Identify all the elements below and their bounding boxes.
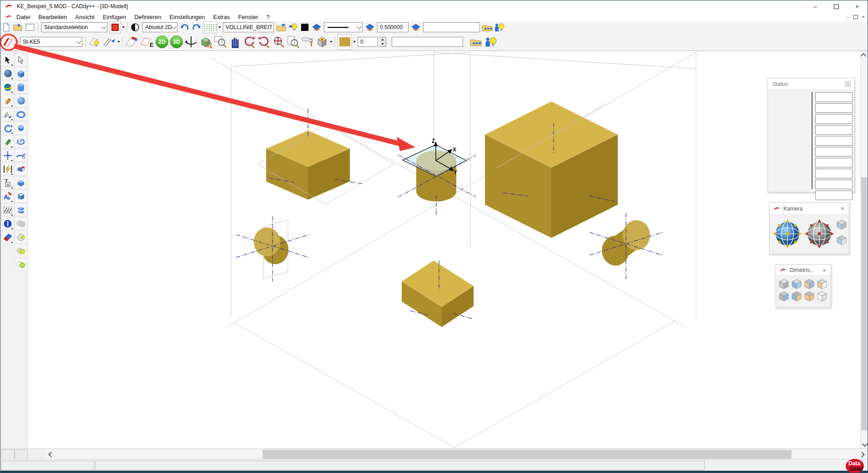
orbit-view-button[interactable]	[1, 81, 14, 94]
pick-cursor-button[interactable]	[15, 53, 27, 66]
zoom-solid-button[interactable]	[199, 35, 212, 49]
menu-item[interactable]: Ansicht	[71, 14, 99, 20]
sphere-shade-button[interactable]	[1, 67, 14, 80]
view-cube-4-icon[interactable]	[817, 278, 828, 290]
solid-cube-small[interactable]	[266, 131, 350, 200]
rounded-box-button[interactable]	[15, 176, 27, 189]
linestyle-layer-button[interactable]	[364, 22, 375, 33]
status-field[interactable]	[815, 103, 853, 113]
layer-number-spinner[interactable]	[379, 37, 386, 47]
user-light-button-2[interactable]	[484, 35, 497, 49]
status-panel-button[interactable]	[845, 81, 851, 87]
measure-lightning-button[interactable]	[1, 162, 14, 176]
draw-pencil-button[interactable]	[1, 94, 14, 107]
selection-mode-combo[interactable]: Standardselektion	[41, 22, 107, 32]
zoom-page-button[interactable]	[286, 35, 300, 49]
menu-item[interactable]: Datei	[12, 14, 34, 20]
view-direction-dropdown[interactable]	[117, 33, 121, 50]
kamera-close-icon[interactable]: ×	[839, 205, 846, 211]
group-folder-button-2[interactable]	[469, 35, 483, 49]
tools-button[interactable]	[1, 108, 14, 121]
linestyle-combo[interactable]	[324, 22, 363, 32]
zoom-window-button[interactable]	[213, 35, 227, 49]
status-field[interactable]	[815, 92, 853, 102]
sweep-spline-button[interactable]	[15, 149, 27, 162]
element-plane-button[interactable]: E	[140, 35, 154, 49]
horizontal-scrollbar[interactable]	[45, 449, 868, 459]
close-button[interactable]: ×	[847, 0, 868, 12]
shell-box-button[interactable]	[15, 190, 27, 203]
selection-color-button[interactable]	[109, 21, 121, 33]
toolbar2-extra-field[interactable]	[392, 37, 463, 47]
kamera-panel-titlebar[interactable]: Kamera ×	[770, 203, 849, 215]
new-file-button[interactable]	[1, 22, 12, 33]
mdi-minimize-icon[interactable]: –	[846, 14, 849, 20]
selection-color-dropdown[interactable]	[121, 21, 125, 33]
select-cursor-button[interactable]	[1, 53, 14, 66]
user-light-button[interactable]	[494, 22, 505, 33]
status-field[interactable]	[815, 125, 853, 135]
linewidth-layer-button[interactable]	[410, 22, 421, 33]
camera-cube-top-icon[interactable]	[836, 219, 847, 230]
face-color-button[interactable]	[338, 34, 352, 50]
minimize-button[interactable]: –	[805, 0, 826, 12]
eraser-button[interactable]	[1, 231, 14, 244]
boolean-cut-button[interactable]	[15, 231, 27, 244]
linetype-layer-button[interactable]	[276, 22, 287, 33]
face-color-dropdown[interactable]	[353, 33, 356, 50]
scroll-left-button[interactable]	[46, 450, 56, 459]
box-solid-button[interactable]	[15, 67, 27, 80]
boolean-subtract-button[interactable]	[15, 258, 27, 271]
maximize-button[interactable]	[826, 0, 847, 12]
corner-cell-1[interactable]	[1, 449, 15, 459]
sphere-solid-button[interactable]	[15, 94, 27, 107]
linewidth-field[interactable]: 0.500000	[377, 22, 409, 32]
mode-2d-button[interactable]: 2D	[155, 35, 169, 49]
light-layer-button[interactable]	[288, 22, 298, 33]
menu-item[interactable]: Einstellungen	[165, 14, 209, 20]
view-cube-7-icon[interactable]	[804, 291, 815, 302]
grid-dropdown[interactable]	[218, 21, 222, 33]
menu-item[interactable]: Bearbeiten	[34, 14, 71, 20]
open-file-button[interactable]	[13, 22, 24, 33]
pan-button[interactable]	[228, 35, 242, 49]
spinner-down-icon[interactable]	[379, 42, 386, 46]
view-cube-6-icon[interactable]	[791, 291, 802, 302]
view-cube-3-icon[interactable]	[804, 278, 815, 290]
status-panel-titlebar[interactable]: Status	[768, 78, 854, 90]
rotate-button[interactable]	[1, 121, 14, 135]
scroll-down-button[interactable]	[861, 440, 868, 448]
linetype-field[interactable]: VOLLLINIE_BREIT	[223, 22, 274, 32]
text-button[interactable]: Ab	[1, 190, 14, 203]
camera-globe-gray[interactable]	[804, 217, 834, 250]
view-cube-1-icon[interactable]	[778, 278, 789, 290]
scroll-up-button[interactable]	[861, 51, 868, 59]
contrast-button[interactable]	[130, 22, 141, 33]
spinner-up-icon[interactable]	[379, 37, 386, 42]
view-cube-8-icon[interactable]	[817, 291, 828, 302]
corner-cell-2[interactable]	[15, 449, 28, 459]
coordinate-mode-combo[interactable]: Absolut 2D	[142, 22, 177, 32]
grid-button[interactable]	[203, 21, 217, 33]
solid-cube-large[interactable]	[485, 101, 618, 238]
mdi-close-icon[interactable]: ×	[862, 14, 865, 20]
render-mode-button[interactable]	[315, 35, 329, 49]
status-field[interactable]	[815, 147, 853, 156]
workplane-button[interactable]	[1, 35, 15, 49]
dimetris-panel-titlebar[interactable]: Dimetris... ×	[776, 265, 831, 276]
menu-item[interactable]: Extras	[209, 14, 234, 20]
loop-profile-button[interactable]	[15, 135, 27, 148]
rotate-left-button[interactable]	[242, 35, 256, 49]
menu-item[interactable]: ?	[262, 14, 273, 20]
status-field[interactable]	[815, 136, 853, 146]
group-folder-button[interactable]	[482, 22, 493, 33]
redo-button[interactable]	[191, 22, 202, 33]
horizontal-scroll-thumb[interactable]	[262, 450, 792, 459]
status-field[interactable]	[815, 158, 853, 167]
boolean-union-button[interactable]	[15, 217, 27, 230]
plane-light-button[interactable]	[88, 35, 102, 49]
camera-cube-bottom-icon[interactable]	[836, 235, 847, 246]
layer-combo[interactable]: St-KE5	[20, 37, 82, 47]
status-field[interactable]	[815, 169, 853, 178]
redraw-button[interactable]	[301, 35, 314, 49]
